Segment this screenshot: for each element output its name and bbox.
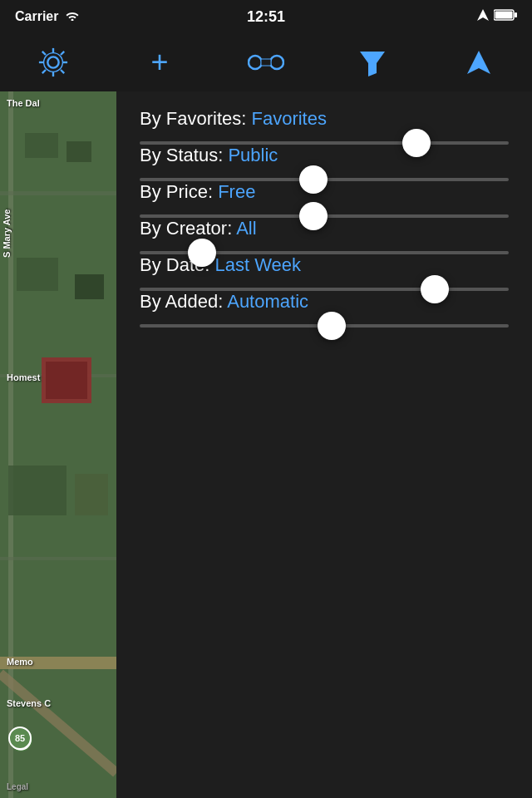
svg-marker-19 (467, 51, 490, 74)
svg-line-10 (61, 70, 64, 73)
filter-value-price: Free (218, 181, 255, 202)
toolbar: + (0, 33, 532, 91)
svg-line-12 (42, 70, 46, 73)
add-button[interactable]: + (139, 42, 180, 83)
svg-point-13 (44, 53, 63, 72)
map-label-thedal: The Dal (7, 98, 40, 108)
svg-rect-14 (249, 56, 262, 69)
filter-value-date: Last Week (214, 254, 301, 275)
svg-rect-17 (261, 59, 271, 66)
filter-row-favorites: By Favorites: Favorites (140, 108, 509, 145)
filter-label-favorites: By Favorites: Favorites (140, 108, 509, 130)
location-arrow-icon (477, 9, 489, 24)
svg-line-11 (61, 52, 64, 55)
map-label-legal: Legal (7, 782, 28, 791)
carrier-label: Carrier (15, 9, 58, 24)
slider-thumb-status[interactable] (299, 165, 328, 194)
main-area: The Dal S Mary Ave Homest Memo Stevens C… (0, 91, 532, 798)
filter-panel: By Favorites: FavoritesBy Status: Public… (116, 91, 532, 798)
filter-label-added: By Added: Automatic (140, 291, 509, 313)
binoculars-button[interactable] (245, 42, 287, 83)
filter-value-favorites: Favorites (251, 108, 326, 129)
time-display: 12:51 (247, 8, 285, 26)
svg-rect-3 (495, 12, 513, 19)
filter-button[interactable] (352, 42, 393, 83)
slider-track-added[interactable] (140, 324, 509, 328)
slider-track-price[interactable] (140, 214, 509, 218)
svg-rect-27 (66, 141, 91, 162)
filter-row-status: By Status: Public (140, 145, 509, 181)
svg-rect-26 (25, 133, 58, 158)
svg-line-9 (42, 52, 46, 55)
slider-thumb-creator[interactable] (188, 239, 216, 267)
slider-track-status[interactable] (140, 178, 509, 181)
slider-track-date[interactable] (140, 288, 509, 291)
slider-thumb-date[interactable] (421, 275, 449, 303)
map-label-stevensc: Stevens C (7, 698, 51, 708)
status-bar: Carrier 12:51 (0, 0, 532, 33)
slider-thumb-price[interactable] (299, 202, 328, 230)
svg-rect-28 (17, 258, 58, 291)
wifi-icon (65, 9, 80, 24)
gear-button[interactable] (32, 42, 74, 83)
filter-row-added: By Added: Automatic (140, 291, 509, 328)
svg-rect-2 (515, 12, 517, 17)
filter-label-status: By Status: Public (140, 145, 509, 166)
battery-icon (494, 9, 517, 24)
svg-rect-32 (8, 466, 66, 515)
svg-marker-0 (477, 9, 489, 21)
slider-track-favorites[interactable] (140, 141, 509, 145)
slider-thumb-added[interactable] (318, 312, 346, 340)
svg-rect-31 (46, 362, 87, 399)
svg-rect-21 (8, 91, 13, 798)
map-label-smaryave: S Mary Ave (2, 209, 12, 259)
map-background: The Dal S Mary Ave Homest Memo Stevens C… (0, 91, 116, 798)
filter-value-status: Public (228, 145, 278, 165)
slider-thumb-favorites[interactable] (402, 129, 431, 157)
navigate-button[interactable] (458, 42, 500, 83)
slider-track-creator[interactable] (140, 251, 509, 254)
svg-marker-18 (360, 52, 385, 76)
svg-rect-29 (75, 274, 104, 299)
filter-value-added: Automatic (227, 291, 308, 312)
map-label-memo: Memo (7, 657, 33, 667)
map-label-homest: Homest (7, 372, 40, 382)
map-badge-85: 85 (8, 727, 32, 750)
svg-rect-15 (270, 56, 283, 69)
svg-rect-33 (75, 474, 108, 515)
svg-point-4 (47, 57, 58, 67)
svg-rect-24 (0, 557, 116, 560)
filter-value-creator: All (236, 218, 256, 239)
svg-rect-22 (0, 191, 116, 195)
